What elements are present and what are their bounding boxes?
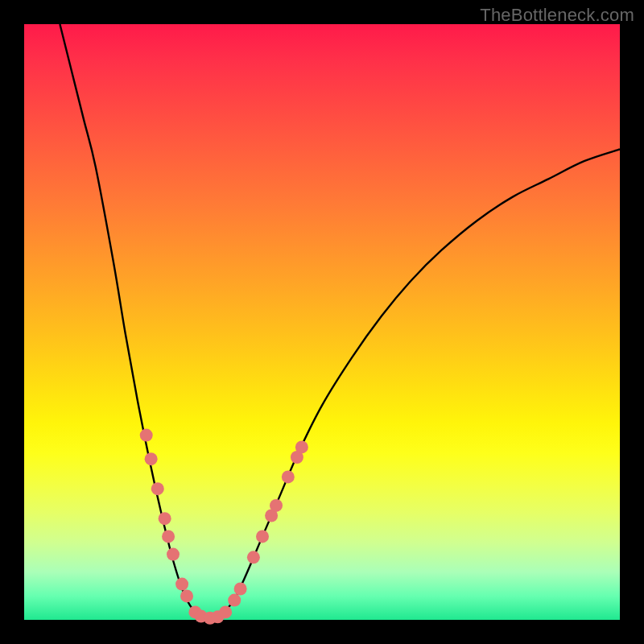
data-dot xyxy=(234,583,247,596)
data-dot xyxy=(175,578,188,591)
chart-svg xyxy=(24,24,620,620)
data-dot xyxy=(145,452,158,465)
data-dot xyxy=(180,589,193,602)
data-dot xyxy=(228,594,241,607)
data-dot xyxy=(219,605,232,618)
data-dot xyxy=(151,482,164,495)
data-dot xyxy=(247,551,260,564)
data-dot xyxy=(295,440,308,453)
bottleneck-curve xyxy=(60,24,620,620)
data-dot xyxy=(159,512,171,525)
watermark-text: TheBottleneck.com xyxy=(480,5,634,26)
plot-area xyxy=(24,24,620,620)
data-dot xyxy=(282,470,295,483)
data-dot xyxy=(167,548,180,561)
data-dot xyxy=(270,499,283,512)
data-dot xyxy=(162,530,175,543)
data-dot xyxy=(256,530,269,543)
data-dot xyxy=(140,429,153,442)
chart-frame: TheBottleneck.com xyxy=(0,0,644,644)
